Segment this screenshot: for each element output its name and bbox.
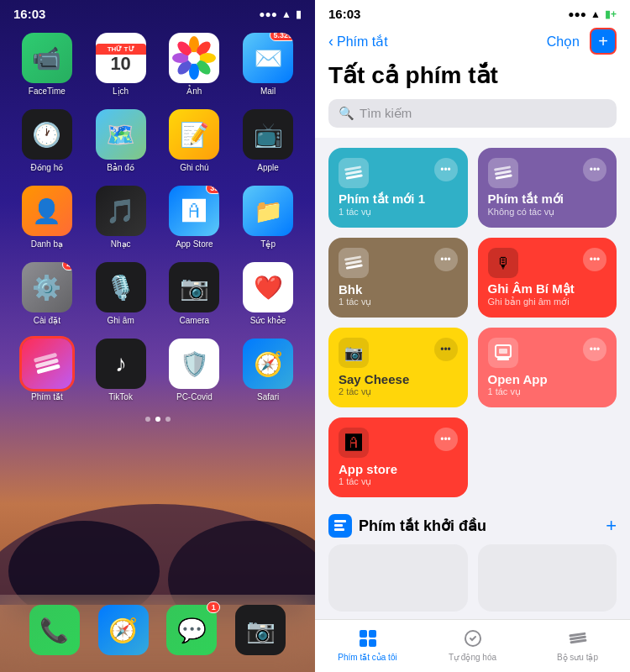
empty-card-slot [478, 417, 617, 497]
calendar-icon: THỨ TƯ 10 [96, 33, 146, 83]
card-menu-1[interactable]: ••• [434, 158, 458, 181]
photos-icon [169, 33, 219, 83]
photos-label: Ảnh [186, 87, 202, 96]
shortcut-card-5[interactable]: 📷 ••• Say Cheese 2 tác vụ [328, 328, 468, 407]
safari-icon: 🧭 [243, 339, 293, 389]
card-title-7: App store 1 tác vụ [339, 459, 458, 487]
card-menu-5[interactable]: ••• [434, 338, 458, 361]
tab-automation-icon [461, 627, 485, 650]
app-contacts[interactable]: 👤 Danh bạ [17, 186, 77, 249]
back-button[interactable]: ‹ Phím tắt [328, 33, 388, 50]
back-label: Phím tắt [337, 34, 388, 50]
page-indicator [0, 410, 315, 428]
dot-3 [165, 417, 171, 422]
shortcut-card-2[interactable]: ••• Phím tắt mới Không có tác vụ [478, 148, 617, 228]
tab-gallery-icon [566, 627, 590, 650]
app-shortcuts[interactable]: Phím tắt [17, 339, 77, 402]
card-icon-1 [339, 158, 369, 188]
app-files[interactable]: 📁 Tệp [238, 186, 298, 249]
app-notes[interactable]: 📝 Ghi chú [165, 109, 225, 172]
shortcuts-row-4: 🅰 ••• App store 1 tác vụ [328, 417, 617, 497]
search-input[interactable]: 🔍 Tìm kiếm [328, 99, 617, 128]
page-title: Tất cả phím tắt [315, 61, 630, 99]
safari-label: Safari [257, 392, 279, 402]
app-facetime[interactable]: 📹 FaceTime [17, 33, 77, 96]
app-photos[interactable]: Ảnh [165, 33, 225, 96]
card-menu-6[interactable]: ••• [583, 338, 606, 361]
appstore-badge: 33 [206, 186, 219, 194]
mail-label: Mail [260, 87, 276, 96]
app-music[interactable]: 🎵 Nhạc [91, 186, 151, 249]
shortcuts-row-2: ••• Bhk 1 tác vụ 🎙 ••• Ghi Âm Bí Mật Ghi… [328, 238, 617, 318]
notes-label: Ghi chú [180, 163, 208, 172]
choose-button[interactable]: Chọn [547, 34, 580, 50]
section-title: Phím tắt khởi đầu [328, 514, 486, 538]
svg-point-9 [188, 52, 200, 64]
app-mail[interactable]: ✉️ 5.329 Mail [238, 33, 298, 96]
card-header-4: 🎙 ••• [488, 248, 607, 278]
starter-shortcut-2[interactable] [478, 544, 617, 612]
card-title-2: Phím tắt mới Không có tác vụ [488, 188, 607, 218]
card-icon-2 [488, 158, 518, 188]
section-header: Phím tắt khởi đầu + [328, 507, 617, 541]
dot-2 [155, 417, 160, 422]
app-settings[interactable]: ⚙️ 4 Cài đặt [17, 262, 77, 325]
app-safari[interactable]: 🧭 Safari [238, 339, 298, 402]
app-clock[interactable]: 🕐 Đồng hồ [17, 109, 77, 172]
app-tiktok[interactable]: ♪ TikTok [91, 339, 151, 402]
dock-phone[interactable]: 📞 [29, 605, 80, 655]
dock-messages[interactable]: 💬 1 [166, 605, 217, 655]
shortcut-card-4[interactable]: 🎙 ••• Ghi Âm Bí Mật Ghi bản ghi âm mới [478, 238, 617, 318]
app-appstore[interactable]: 🅰 33 App Store [165, 186, 225, 249]
tab-bar: Phím tắt của tôi Tự động hóa Bộ sưu tập [315, 619, 630, 672]
tab-automation[interactable]: Tự động hóa [420, 627, 525, 662]
shortcuts-app-icon [22, 339, 72, 389]
notes-icon: 📝 [169, 109, 219, 160]
app-pc-covid[interactable]: 🛡️ PC-Covid [165, 339, 225, 402]
signal-icon-right: ●●● [568, 8, 586, 20]
card-header-1: ••• [339, 158, 458, 188]
app-maps[interactable]: 🗺️ Bản đồ [91, 109, 151, 172]
shortcut-card-6[interactable]: ••• Open App 1 tác vụ [478, 328, 617, 407]
app-health[interactable]: ❤️ Sức khỏe [238, 262, 298, 325]
recorder-label: Ghi âm [108, 316, 134, 325]
card-menu-3[interactable]: ••• [434, 248, 458, 271]
shortcut-card-1[interactable]: ••• Phím tắt mới 1 1 tác vụ [328, 148, 468, 228]
app-recorder[interactable]: 🎙️ Ghi âm [91, 262, 151, 325]
tab-my-shortcuts[interactable]: Phím tắt của tôi [315, 627, 420, 662]
svg-rect-28 [360, 630, 367, 638]
card-menu-7[interactable]: ••• [434, 428, 458, 451]
nav-actions: Chọn + [547, 28, 617, 55]
card-menu-4[interactable]: ••• [583, 248, 606, 271]
app-calendar[interactable]: THỨ TƯ 10 Lịch [91, 33, 151, 96]
clock-icon: 🕐 [22, 109, 72, 160]
card-icon-5: 📷 [339, 338, 369, 368]
card-header-3: ••• [339, 248, 458, 278]
files-label: Tệp [260, 239, 276, 249]
tiktok-label: TikTok [108, 392, 133, 402]
card-title-1: Phím tắt mới 1 1 tác vụ [339, 188, 458, 218]
card-menu-2[interactable]: ••• [583, 158, 606, 181]
dock-safari[interactable]: 🧭 [98, 605, 149, 655]
wifi-icon-right: ▲ [591, 8, 601, 20]
settings-badge: 4 [62, 262, 72, 270]
starter-shortcut-1[interactable] [328, 544, 468, 612]
tab-gallery[interactable]: Bộ sưu tập [525, 627, 630, 662]
contacts-label: Danh bạ [31, 239, 63, 249]
section-add-button[interactable]: + [606, 515, 617, 537]
add-shortcut-button[interactable]: + [590, 28, 617, 55]
section-title-text: Phím tắt khởi đầu [359, 517, 486, 535]
plus-icon: + [598, 32, 608, 51]
shortcut-card-7[interactable]: 🅰 ••• App store 1 tác vụ [328, 417, 468, 497]
shortcut-card-3[interactable]: ••• Bhk 1 tác vụ [328, 238, 468, 318]
app-camera[interactable]: 📷 Camera [165, 262, 225, 325]
tab-automation-label: Tự động hóa [449, 653, 496, 662]
svg-rect-24 [497, 358, 509, 360]
apple-label: Apple [257, 163, 279, 172]
dock-camera[interactable]: 📷 [235, 605, 286, 655]
status-bar-right: 16:03 ●●● ▲ ▮+ [315, 0, 630, 24]
health-icon: ❤️ [243, 262, 293, 312]
svg-rect-25 [334, 520, 346, 522]
section-icon [328, 514, 352, 538]
app-apple[interactable]: 📺 Apple [238, 109, 298, 172]
